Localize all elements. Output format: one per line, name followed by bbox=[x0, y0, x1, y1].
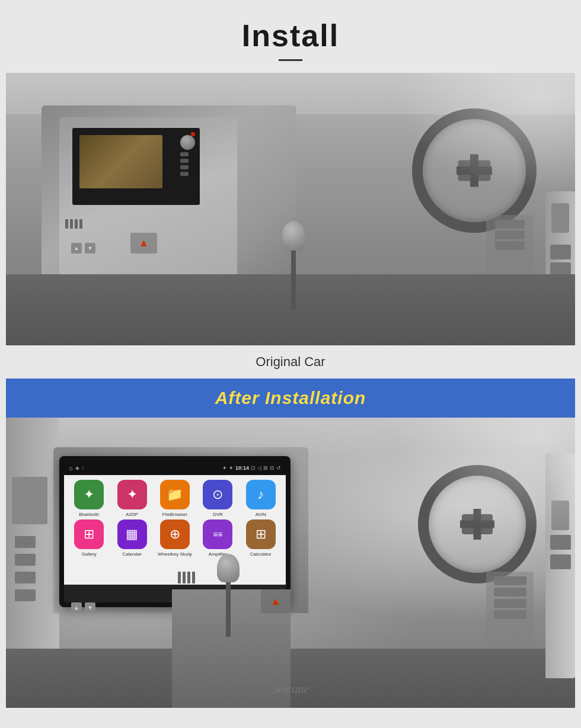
calendar-label: Calendar bbox=[122, 551, 141, 557]
old-btn-1 bbox=[180, 152, 189, 156]
app-gallery[interactable]: ⊞ Gallery bbox=[68, 519, 110, 557]
app-grid: ✦ Bluetooth ✦ A2DP 📁 FileBrowser ⊙ bbox=[64, 475, 286, 585]
refresh-icon: ↺ bbox=[276, 465, 281, 471]
steering-wheel-bottom bbox=[418, 465, 537, 583]
dvr-icon: ⊙ bbox=[203, 480, 232, 509]
app-calculator[interactable]: ⊞ Calculator bbox=[240, 519, 282, 557]
android-screen: ⌂ ◈ ↑ ✦ ✦ 10:14 ⊡ ◁ ⊞ ⊟ ↺ bbox=[64, 461, 286, 602]
amplifier-icon: ≡≡ bbox=[203, 519, 232, 549]
left-door-controls bbox=[12, 477, 47, 524]
door-controls-top bbox=[550, 245, 571, 259]
calculator-label: Calculator bbox=[250, 551, 272, 557]
old-knob-1 bbox=[180, 135, 195, 150]
door-handle-top bbox=[551, 203, 569, 233]
bt-icon-2: ✦ bbox=[229, 465, 234, 471]
a2dp-label: A2DP bbox=[126, 512, 138, 517]
home-icon: ⌂ bbox=[69, 464, 73, 472]
app-row-1: ✦ Bluetooth ✦ A2DP 📁 FileBrowser ⊙ bbox=[68, 480, 282, 517]
original-label-text: Original Car bbox=[256, 354, 325, 369]
filebrowser-label: FileBrowser bbox=[162, 512, 187, 517]
app-amplifier[interactable]: ≡≡ Amplifier bbox=[197, 519, 238, 557]
watermark-text: Seicane bbox=[272, 682, 309, 695]
app-avin[interactable]: ♪ AVIN bbox=[240, 480, 282, 517]
left-stalk-4 bbox=[15, 589, 36, 601]
bluetooth-icon: ✦ bbox=[74, 480, 104, 509]
original-car-label: Original Car bbox=[0, 345, 581, 379]
android-head-unit: ⌂ ◈ ↑ ✦ ✦ 10:14 ⊡ ◁ ⊞ ⊟ ↺ bbox=[59, 456, 290, 607]
gallery-label: Gallery bbox=[82, 551, 97, 557]
dashboard-bottom: ⌂ ◈ ↑ ✦ ✦ 10:14 ⊡ ◁ ⊞ ⊟ ↺ bbox=[53, 447, 308, 613]
wheelkey-icon: ⊕ bbox=[160, 519, 190, 549]
gear-shift-top bbox=[279, 221, 308, 310]
door-btn-1 bbox=[550, 535, 571, 550]
dvr-label: DVR bbox=[213, 512, 223, 517]
bluetooth-label: Bluetooth bbox=[79, 512, 99, 517]
a2dp-icon: ✦ bbox=[117, 480, 147, 509]
gallery-icon: ⊞ bbox=[74, 519, 104, 549]
app-wheelkey[interactable]: ⊕ Wheelkey Study bbox=[154, 519, 196, 557]
steering-spoke-v-bottom bbox=[474, 509, 481, 540]
page-title: Install bbox=[0, 18, 581, 53]
left-stalk-3 bbox=[15, 572, 36, 583]
door-panel-bottom bbox=[545, 453, 575, 678]
car-interior-top: ▲ ▼ ▲ bbox=[6, 73, 575, 345]
old-btn-3 bbox=[180, 165, 189, 169]
filebrowser-icon: 📁 bbox=[160, 480, 190, 509]
calendar-icon: ▦ bbox=[117, 519, 147, 549]
avin-label: AVIN bbox=[256, 512, 266, 517]
title-divider bbox=[279, 59, 302, 61]
left-stalk-2 bbox=[15, 554, 36, 566]
vents-bottom bbox=[178, 572, 195, 583]
steering-spoke-v-top bbox=[470, 155, 478, 187]
old-btn-2 bbox=[180, 159, 189, 163]
ac-controls-bottom: ▲ ▼ bbox=[71, 602, 95, 613]
close-icon: ⊟ bbox=[270, 465, 274, 471]
warning-btn: ▲ bbox=[130, 233, 157, 254]
camera-icon: ⊡ bbox=[251, 465, 256, 471]
wifi-icon: ⊞ bbox=[263, 465, 268, 471]
app-calendar[interactable]: ▦ Calendar bbox=[111, 519, 153, 557]
left-stalk bbox=[15, 536, 36, 548]
app-row-2: ⊞ Gallery ▦ Calendar ⊕ Wheelkey Study bbox=[68, 519, 282, 557]
door-handle-bottom bbox=[551, 501, 569, 530]
right-controls-bottom bbox=[486, 572, 534, 649]
arrow-icon: ↑ bbox=[82, 465, 85, 471]
status-bar: ⌂ ◈ ↑ ✦ ✦ 10:14 ⊡ ◁ ⊞ ⊟ ↺ bbox=[64, 461, 286, 475]
volume-icon: ◁ bbox=[257, 465, 261, 471]
app-a2dp[interactable]: ✦ A2DP bbox=[111, 480, 153, 517]
watermark: Seicane bbox=[272, 682, 309, 696]
wheelkey-label: Wheelkey Study bbox=[158, 551, 192, 557]
door-btn-2 bbox=[550, 554, 571, 569]
old-screen bbox=[79, 135, 162, 188]
after-installation-text: After Installation bbox=[215, 388, 366, 408]
after-installation-image: ⌂ ◈ ↑ ✦ ✦ 10:14 ⊡ ◁ ⊞ ⊟ ↺ bbox=[6, 418, 575, 708]
steering-area-bottom bbox=[403, 453, 545, 678]
location-icon: ◈ bbox=[75, 465, 79, 471]
page-header: Install bbox=[0, 0, 581, 73]
steering-wheel-top bbox=[412, 108, 537, 233]
old-head-unit bbox=[72, 128, 200, 205]
time-display: 10:14 bbox=[235, 465, 249, 471]
original-car-image: ▲ ▼ ▲ bbox=[6, 73, 575, 345]
warning-triangle-bottom: ▲ bbox=[261, 589, 290, 613]
status-bar-left: ⌂ ◈ ↑ bbox=[69, 464, 84, 472]
calculator-icon: ⊞ bbox=[246, 519, 276, 549]
after-installation-banner: After Installation bbox=[6, 379, 575, 418]
old-btn-4 bbox=[180, 172, 189, 176]
ac-controls: ▲ ▼ bbox=[71, 243, 95, 254]
app-dvr[interactable]: ⊙ DVR bbox=[197, 480, 238, 517]
app-filebrowser[interactable]: 📁 FileBrowser bbox=[154, 480, 196, 517]
app-bluetooth[interactable]: ✦ Bluetooth bbox=[68, 480, 110, 517]
old-controls bbox=[180, 135, 195, 176]
center-panel: ▲ ▼ ▲ bbox=[59, 117, 237, 283]
bt-icon: ✦ bbox=[222, 465, 227, 471]
vent-left bbox=[65, 218, 82, 230]
gear-shift-bottom bbox=[213, 554, 243, 637]
status-bar-right: ✦ ✦ 10:14 ⊡ ◁ ⊞ ⊟ ↺ bbox=[222, 465, 281, 471]
avin-icon: ♪ bbox=[246, 480, 276, 509]
